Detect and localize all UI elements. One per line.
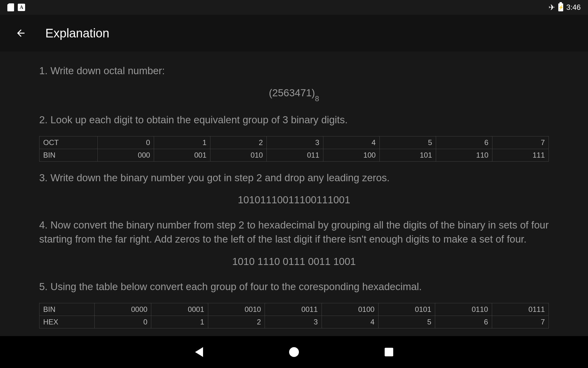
table-cell: 100 xyxy=(323,149,379,161)
table-row: BIN 000 001 010 011 100 101 110 111 xyxy=(40,149,549,161)
square-recent-icon xyxy=(385,348,393,356)
bin-label: BIN xyxy=(40,303,95,316)
back-button[interactable] xyxy=(15,27,27,39)
step-1-text: 1. Write down octal number: xyxy=(39,64,549,78)
arrow-left-icon xyxy=(15,28,26,39)
navigation-bar xyxy=(0,336,588,368)
bin-label: BIN xyxy=(40,149,98,161)
octal-value: (2563471) xyxy=(269,87,315,98)
table-cell: 0111 xyxy=(492,303,548,316)
table-cell: 110 xyxy=(436,149,492,161)
table-cell: 010 xyxy=(210,149,267,161)
table-cell: 0101 xyxy=(378,303,435,316)
triangle-back-icon xyxy=(195,347,203,357)
status-left: A xyxy=(7,3,25,11)
table-row: BIN 0000 0001 0010 0011 0100 0101 0110 0… xyxy=(40,303,549,316)
table-cell: 3 xyxy=(267,136,323,149)
table-cell: 3 xyxy=(265,316,322,328)
step-3-text: 3. Write down the binary number you got … xyxy=(39,171,549,185)
octal-number-display: (2563471)8 xyxy=(39,87,549,101)
step-4-text: 4. Now convert the binary number from st… xyxy=(39,218,549,246)
hex-label: HEX xyxy=(40,316,95,328)
battery-charging-icon xyxy=(558,3,563,11)
circle-home-icon xyxy=(289,347,299,357)
table-cell: 6 xyxy=(435,316,492,328)
table-row: HEX 0 1 2 3 4 5 6 7 xyxy=(40,316,549,328)
content-area[interactable]: 1. Write down octal number: (2563471)8 2… xyxy=(0,52,588,336)
app-bar: Explanation xyxy=(0,15,588,52)
table-cell: 111 xyxy=(492,149,548,161)
oct-bin-table: OCT 0 1 2 3 4 5 6 7 BIN 000 001 010 011 … xyxy=(39,136,549,162)
table-row: OCT 0 1 2 3 4 5 6 7 xyxy=(40,136,549,149)
table-cell: 4 xyxy=(323,136,379,149)
status-right: ✈ 3:46 xyxy=(548,3,581,12)
binary-result: 10101110011100111001 xyxy=(39,194,549,206)
nav-home-button[interactable] xyxy=(288,346,300,358)
table-cell: 7 xyxy=(492,316,548,328)
nav-back-button[interactable] xyxy=(193,346,205,358)
table-cell: 011 xyxy=(267,149,323,161)
nav-recent-button[interactable] xyxy=(383,346,395,358)
page-title: Explanation xyxy=(45,26,109,40)
a-box-icon: A xyxy=(18,4,25,11)
step-2-text: 2. Look up each digit to obtain the equi… xyxy=(39,113,549,127)
status-bar: A ✈ 3:46 xyxy=(0,0,588,15)
step-5-text: 5. Using the table below convert each gr… xyxy=(39,280,549,294)
table-cell: 001 xyxy=(154,149,210,161)
table-cell: 0000 xyxy=(95,303,151,316)
table-cell: 4 xyxy=(322,316,378,328)
table-cell: 0 xyxy=(98,136,154,149)
oct-label: OCT xyxy=(40,136,98,149)
table-cell: 000 xyxy=(98,149,154,161)
table-cell: 0011 xyxy=(265,303,322,316)
table-cell: 1 xyxy=(154,136,210,149)
table-cell: 7 xyxy=(492,136,548,149)
table-cell: 2 xyxy=(210,136,267,149)
table-cell: 6 xyxy=(436,136,492,149)
table-cell: 101 xyxy=(379,149,436,161)
sd-card-icon xyxy=(7,3,14,11)
status-time: 3:46 xyxy=(566,3,581,12)
table-cell: 0 xyxy=(95,316,151,328)
grouped-binary: 1010 1110 0111 0011 1001 xyxy=(39,256,549,267)
table-cell: 5 xyxy=(379,136,436,149)
table-cell: 0110 xyxy=(435,303,492,316)
table-cell: 2 xyxy=(208,316,265,328)
bin-hex-table: BIN 0000 0001 0010 0011 0100 0101 0110 0… xyxy=(39,303,549,328)
octal-base: 8 xyxy=(315,94,319,103)
table-cell: 1 xyxy=(151,316,208,328)
table-cell: 0100 xyxy=(322,303,378,316)
table-cell: 0010 xyxy=(208,303,265,316)
table-cell: 0001 xyxy=(151,303,208,316)
airplane-icon: ✈ xyxy=(548,3,555,12)
table-cell: 5 xyxy=(378,316,435,328)
